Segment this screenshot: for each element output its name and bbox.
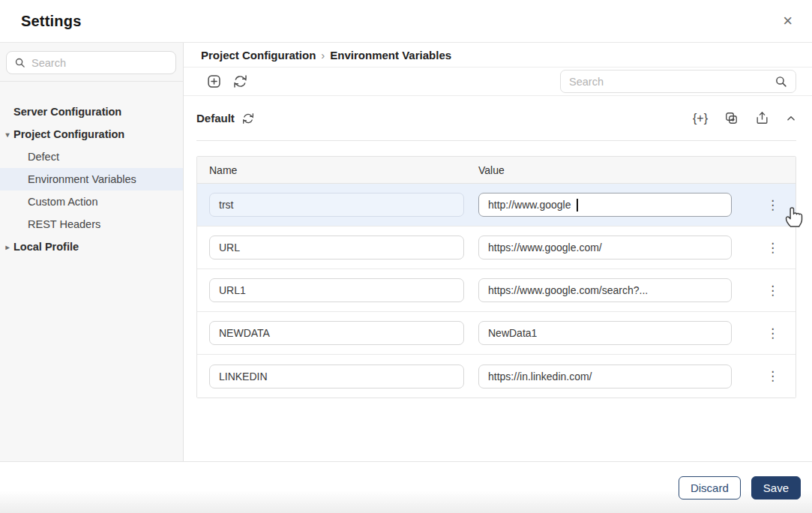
variable-value-input[interactable] bbox=[478, 236, 732, 260]
column-header-name: Name bbox=[209, 164, 478, 176]
row-menu-button[interactable]: ⋮ bbox=[762, 240, 784, 256]
kebab-icon: ⋮ bbox=[766, 369, 779, 383]
row-menu-button[interactable]: ⋮ bbox=[762, 326, 784, 341]
variable-value-input[interactable] bbox=[478, 364, 732, 388]
row-menu-button[interactable]: ⋮ bbox=[762, 197, 784, 213]
settings-nav-tree: Server Configuration ▾ Project Configura… bbox=[0, 82, 183, 258]
close-icon: × bbox=[783, 11, 793, 30]
environment-content: Default {+} bbox=[184, 96, 812, 461]
sidebar-item-rest-headers[interactable]: REST Headers bbox=[0, 213, 183, 236]
table-header: Name Value bbox=[197, 157, 796, 184]
export-icon bbox=[755, 111, 769, 125]
export-button[interactable] bbox=[755, 111, 769, 125]
table-row: ⋮ bbox=[197, 184, 796, 226]
row-menu-button[interactable]: ⋮ bbox=[762, 368, 784, 384]
variables-toolbar bbox=[184, 68, 812, 96]
search-icon bbox=[14, 57, 25, 68]
variable-name-input[interactable] bbox=[209, 236, 464, 260]
chevron-right-icon[interactable]: ▸ bbox=[3, 243, 12, 251]
variables-search-box[interactable] bbox=[560, 70, 796, 93]
sidebar-item-custom-action[interactable]: Custom Action bbox=[0, 190, 183, 213]
sidebar-search-input[interactable] bbox=[31, 57, 172, 69]
variable-name-input[interactable] bbox=[209, 278, 464, 302]
settings-dialog: Settings × Server Configuration ▾ bbox=[0, 0, 812, 513]
add-variable-button[interactable] bbox=[206, 74, 222, 89]
collapse-section-button[interactable] bbox=[786, 113, 796, 124]
text-caret bbox=[577, 199, 578, 212]
table-row: ⋮ bbox=[197, 312, 796, 355]
close-button[interactable]: × bbox=[783, 13, 793, 29]
table-row: ⋮ bbox=[197, 269, 796, 312]
sidebar-item-label: Defect bbox=[28, 151, 59, 163]
refresh-icon bbox=[233, 74, 247, 88]
environment-section-header: Default {+} bbox=[196, 96, 796, 141]
duplicate-icon bbox=[724, 111, 739, 125]
variable-name-input[interactable] bbox=[209, 193, 464, 217]
dialog-header: Settings × bbox=[0, 0, 812, 43]
sidebar-item-label: Custom Action bbox=[28, 196, 98, 208]
variable-value-input[interactable] bbox=[478, 321, 732, 345]
kebab-icon: ⋮ bbox=[766, 198, 779, 212]
refresh-button[interactable] bbox=[233, 74, 247, 88]
sidebar-item-local-profile[interactable]: ▸ Local Profile bbox=[0, 236, 183, 258]
breadcrumb-parent[interactable]: Project Configuration bbox=[201, 49, 316, 62]
sidebar-item-label: Local Profile bbox=[13, 241, 79, 253]
sidebar-item-label: Server Configuration bbox=[13, 106, 121, 118]
sidebar-item-server-configuration[interactable]: Server Configuration bbox=[0, 100, 183, 123]
insert-variable-button[interactable]: {+} bbox=[693, 112, 708, 125]
sidebar-search-area bbox=[0, 43, 183, 82]
dialog-title: Settings bbox=[21, 13, 82, 30]
duplicate-button[interactable] bbox=[724, 111, 739, 125]
discard-button[interactable]: Discard bbox=[679, 476, 741, 500]
save-button[interactable]: Save bbox=[751, 476, 801, 500]
main-panel: Project Configuration › Environment Vari… bbox=[184, 43, 812, 461]
row-menu-button[interactable]: ⋮ bbox=[762, 283, 784, 298]
kebab-icon: ⋮ bbox=[766, 284, 779, 298]
column-header-value: Value bbox=[478, 164, 784, 176]
sidebar-item-label: Environment Variables bbox=[28, 173, 136, 185]
kebab-icon: ⋮ bbox=[766, 241, 779, 255]
settings-sidebar: Server Configuration ▾ Project Configura… bbox=[0, 43, 184, 461]
variable-value-input[interactable] bbox=[478, 193, 732, 217]
sidebar-item-label: REST Headers bbox=[28, 218, 100, 230]
dialog-footer: Discard Save bbox=[0, 461, 812, 513]
sidebar-item-project-configuration[interactable]: ▾ Project Configuration bbox=[0, 123, 183, 146]
environment-name: Default bbox=[196, 112, 235, 124]
breadcrumb-separator: › bbox=[321, 49, 325, 62]
sidebar-item-environment-variables[interactable]: Environment Variables bbox=[0, 168, 183, 190]
table-row: ⋮ bbox=[197, 226, 796, 269]
breadcrumb-current: Environment Variables bbox=[330, 49, 451, 62]
sidebar-search-box[interactable] bbox=[6, 51, 176, 74]
plus-square-icon bbox=[206, 74, 222, 89]
variable-value-input[interactable] bbox=[478, 278, 732, 302]
search-icon bbox=[775, 75, 787, 88]
refresh-icon bbox=[242, 112, 254, 124]
chevron-up-icon bbox=[786, 113, 796, 124]
kebab-icon: ⋮ bbox=[766, 326, 779, 340]
variables-search-input[interactable] bbox=[569, 76, 775, 88]
refresh-environment-button[interactable] bbox=[242, 112, 254, 124]
table-row: ⋮ bbox=[197, 355, 796, 398]
chevron-down-icon[interactable]: ▾ bbox=[3, 130, 12, 139]
variable-name-input[interactable] bbox=[209, 321, 464, 345]
variables-table: Name Value ⋮ ⋮ bbox=[196, 156, 796, 398]
sidebar-item-defect[interactable]: Defect bbox=[0, 146, 183, 168]
breadcrumb: Project Configuration › Environment Vari… bbox=[184, 43, 812, 68]
braces-plus-icon: {+} bbox=[693, 112, 708, 124]
sidebar-item-label: Project Configuration bbox=[13, 128, 124, 140]
variable-name-input[interactable] bbox=[209, 364, 464, 388]
